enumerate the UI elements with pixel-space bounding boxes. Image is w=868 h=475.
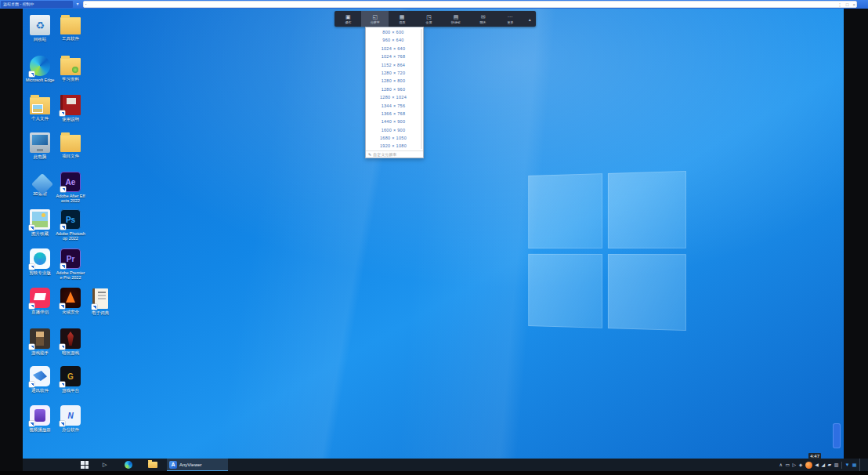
close-icon[interactable]: ×	[852, 2, 855, 7]
live-app-icon	[30, 288, 50, 308]
n-app-icon: N	[60, 405, 81, 426]
video-editor-icon	[30, 248, 50, 269]
resolution-option[interactable]: 960 × 640	[366, 36, 421, 44]
chevron-down-icon[interactable]: ▾	[74, 0, 81, 9]
desktop-icon-this-pc[interactable]: 此电脑	[25, 132, 55, 159]
address-input[interactable]	[83, 1, 857, 8]
toolbar-operations-button[interactable]: ▣ 操作	[335, 11, 361, 27]
resolution-option[interactable]: 1680 × 1050	[366, 134, 421, 142]
desktop-icon-photos[interactable]: 图片收藏	[25, 209, 55, 236]
desktop-icon-player[interactable]: 视频播放器	[25, 405, 55, 432]
letterbox-right	[844, 9, 868, 459]
windows-logo	[528, 171, 686, 331]
desktop-icon-folder[interactable]: 个人文件	[25, 95, 55, 121]
network-icon[interactable]: ◢	[821, 459, 825, 471]
resolution-option[interactable]: 1440 × 900	[366, 118, 421, 125]
desktop-icon-manual[interactable]: 使用说明	[56, 95, 85, 121]
photos-icon	[30, 209, 50, 230]
display-icon[interactable]: ▭	[785, 459, 790, 471]
shortcut-arrow-icon	[29, 225, 34, 230]
media-folder-icon	[30, 97, 50, 114]
fullscreen-icon: ◳	[426, 14, 432, 20]
resolution-option[interactable]: 1280 × 960	[366, 85, 421, 93]
shortcut-arrow-icon	[60, 187, 66, 192]
toolbar-resolution-button[interactable]: ◱ 分辨率	[361, 11, 388, 27]
game-icon	[30, 328, 50, 349]
windows-logo-pane	[528, 253, 602, 328]
hidden-icons-chevron[interactable]: ∧	[779, 459, 783, 471]
desktop-icon-security[interactable]: 火绒安全	[56, 288, 85, 314]
show-desktop-button[interactable]	[859, 459, 862, 471]
resolution-option[interactable]: 1152 × 864	[366, 61, 421, 69]
desktop-icon-live-app[interactable]: 直播伴侣	[25, 288, 55, 314]
resolution-option[interactable]: 1280 × 800	[366, 77, 421, 85]
start-button[interactable]	[81, 461, 89, 469]
restore-icon[interactable]: □	[846, 2, 849, 7]
file-explorer-icon[interactable]	[148, 462, 157, 468]
ime-arrow-icon[interactable]: ▼	[844, 459, 849, 471]
resolution-option[interactable]: 800 × 600	[366, 28, 421, 36]
toolbar-collapse-button[interactable]: ▴	[523, 11, 536, 27]
side-panel-handle[interactable]	[833, 423, 841, 448]
resolution-option[interactable]: 1024 × 768	[366, 53, 421, 60]
resolution-option[interactable]: 1280 × 1024	[366, 93, 421, 101]
quality-icon: ▦	[400, 14, 405, 20]
toolbar-fullscreen-button[interactable]: ◳ 全屏	[415, 11, 442, 27]
toolbar-more-button[interactable]: ⋯ 更多	[497, 11, 523, 27]
resolution-option[interactable]: 1366 × 768	[366, 110, 421, 118]
resolution-option[interactable]: 1344 × 756	[366, 102, 421, 110]
player-icon	[30, 405, 50, 426]
desktop-icon-capcut[interactable]: 剪映专业版	[25, 248, 55, 275]
desktop-icon-folder[interactable]: 项目文件	[56, 132, 85, 158]
photoshop-icon: Ps	[60, 209, 81, 230]
shortcut-arrow-icon	[60, 303, 65, 309]
ime-icon[interactable]: ▦	[852, 459, 857, 471]
shortcut-arrow-icon	[60, 111, 65, 116]
toolbar-quality-button[interactable]: ▦ 画质	[389, 11, 415, 27]
desktop-icon-3d[interactable]: 3D素材	[25, 172, 55, 196]
desktop-icon-game[interactable]: 游戏助手	[25, 328, 55, 355]
desktop-icon-folder[interactable]: 工具软件	[56, 15, 85, 41]
desktop-icon-office[interactable]: N 办公软件	[56, 405, 85, 432]
browser-tray-icon[interactable]	[805, 462, 812, 469]
pen-icon[interactable]: ▰	[828, 459, 832, 471]
toolbar-chat-button[interactable]: ✉ 聊天	[469, 11, 496, 27]
resolution-option[interactable]: 1920 × 1080	[366, 142, 421, 150]
desktop-icon-messenger[interactable]: 通讯软件	[25, 366, 55, 393]
taskbar-app-anyviewer[interactable]: A AnyViewer	[167, 459, 228, 471]
hotkeys-icon: ▤	[454, 14, 459, 20]
desktop-icon-game[interactable]: 暗区游戏	[56, 328, 85, 355]
desktop-icon-game-platform[interactable]: G 游戏平台	[56, 366, 85, 393]
session-tab[interactable]: 远程桌面 - 控制中	[1, 1, 73, 8]
letterbox-left	[0, 9, 23, 471]
battery-icon[interactable]: ▥	[834, 459, 839, 471]
desktop-icon-after-effects[interactable]: Ae Adobe After Effects 2022	[56, 172, 85, 203]
desktop-icon-photoshop[interactable]: Ps Adobe Photoshop 2022	[56, 209, 85, 241]
resolution-option[interactable]: 1280 × 720	[366, 69, 421, 77]
security-icon[interactable]: ◈	[799, 459, 803, 471]
desktop-icon-edge[interactable]: Microsoft Edge	[25, 56, 55, 82]
resolution-option[interactable]: 1024 × 640	[366, 45, 421, 53]
shortcut-arrow-icon	[29, 71, 34, 77]
edge-taskbar-icon[interactable]	[125, 461, 132, 469]
resolution-option[interactable]: 1600 × 900	[366, 126, 421, 134]
remote-desktop-wallpaper: ♻ 回收站 工具软件 Microsoft Edge 学习资料 个人文件 使用说明…	[23, 9, 844, 459]
search-icon[interactable]: ▷	[103, 459, 107, 471]
dropdown-scrollbar[interactable]	[421, 29, 422, 149]
desktop-icon-recycle-bin[interactable]: ♻ 回收站	[25, 15, 55, 42]
toolbar-hotkeys-button[interactable]: ▤ 快捷键	[443, 11, 469, 27]
desktop-icon-dictionary[interactable]: 电子词典	[85, 288, 115, 315]
more-icon[interactable]: ⋮	[837, 2, 842, 7]
windows-logo-pane	[607, 254, 686, 332]
play-icon[interactable]: ▷	[793, 459, 797, 471]
chat-icon: ✉	[481, 14, 486, 20]
custom-resolution-option[interactable]: ✎ 自定义分辨率	[366, 150, 423, 158]
windows-logo-pane	[607, 171, 686, 248]
shortcut-arrow-icon	[60, 263, 66, 269]
tray-divider	[841, 462, 842, 469]
after-effects-icon: Ae	[60, 172, 81, 192]
clock[interactable]: 4:47	[808, 453, 821, 459]
desktop-icon-folder[interactable]: 学习资料	[56, 56, 85, 82]
volume-icon[interactable]: ◀	[815, 459, 819, 471]
desktop-icon-premiere[interactable]: Pr Adobe Premiere Pro 2022	[56, 248, 85, 280]
